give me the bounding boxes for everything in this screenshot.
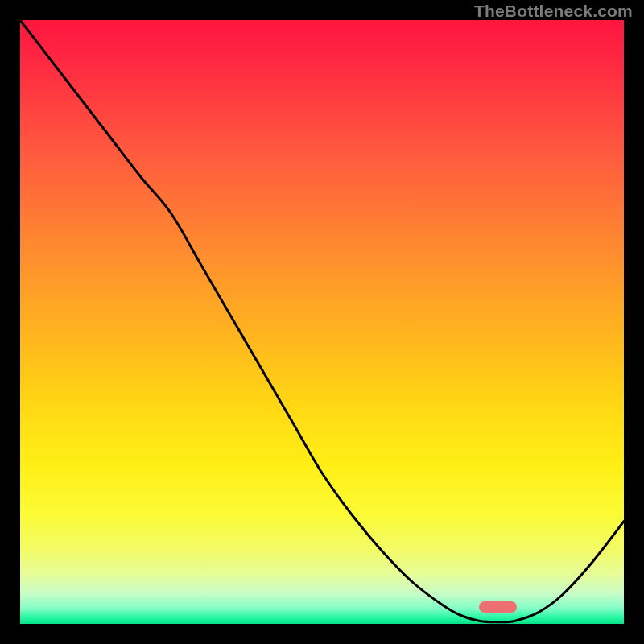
watermark-text: TheBottleneck.com (474, 2, 633, 21)
chart-frame: TheBottleneck.com (0, 0, 644, 644)
bottleneck-curve (20, 20, 624, 624)
plot-area (20, 20, 624, 624)
ideal-range-marker (479, 601, 517, 613)
